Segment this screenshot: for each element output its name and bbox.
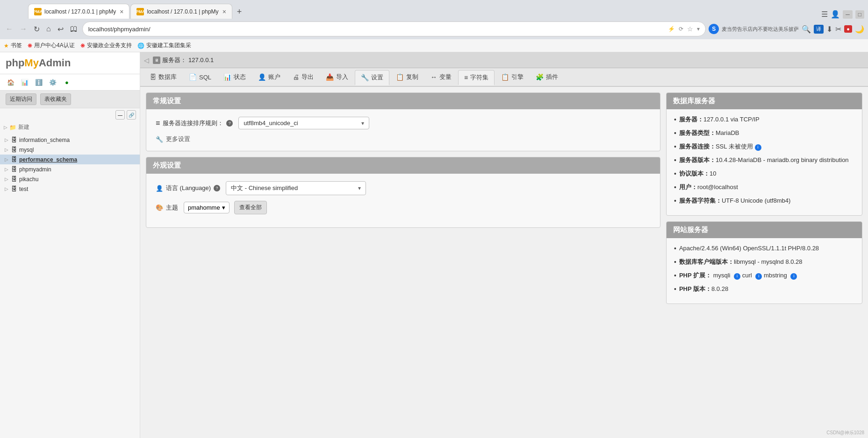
- language-help-icon[interactable]: ?: [214, 185, 220, 191]
- tab-accounts[interactable]: 👤 账户: [252, 70, 286, 84]
- new-db-label: 新建: [18, 123, 29, 131]
- tab-charset[interactable]: ≡ 字符集: [458, 70, 495, 85]
- translate-extension-icon[interactable]: 译: [814, 25, 824, 34]
- db-server-panel: 数据库服务器 • 服务器：127.0.0.1 via TCP/IP • 服务器类…: [666, 92, 862, 216]
- tab-sql[interactable]: 📄 SQL: [183, 71, 217, 84]
- info-label: PHP 扩展：: [679, 272, 711, 279]
- home-icon[interactable]: 🏠: [6, 77, 16, 87]
- info-label: 用户：: [679, 184, 697, 191]
- browser-tab-1[interactable]: PMA localhost / 127.0.0.1 | phpMy ×: [28, 4, 129, 19]
- mysqli-info-icon[interactable]: i: [734, 273, 740, 280]
- history-back-button[interactable]: ↩: [56, 23, 65, 35]
- nav-back-arrow[interactable]: ◁: [144, 57, 149, 64]
- charset-tab-icon: ≡: [464, 74, 468, 81]
- theme-select[interactable]: pmahomme ▾: [184, 202, 230, 213]
- tab-import[interactable]: 📥 导入: [320, 70, 354, 84]
- databases-tab-label: 数据库: [158, 73, 177, 81]
- db-item-phpmyadmin[interactable]: ▷ 🗄 phpmyadmin: [0, 164, 140, 174]
- download-icon[interactable]: ⬇: [826, 25, 832, 34]
- mbstring-info-icon[interactable]: i: [790, 273, 797, 280]
- bookmark-item-1[interactable]: ★ 书签: [4, 42, 22, 49]
- toolbar-right: S 麦当劳告示店内不要吃达美乐披萨 🔍 译 ⬇ ✂ ● 🌙: [709, 24, 864, 34]
- more-settings-link[interactable]: 🔧 更多设置: [156, 135, 651, 143]
- db-item-mysql[interactable]: ▷ 🗄 mysql: [0, 145, 140, 155]
- star-icon[interactable]: ☆: [687, 25, 693, 33]
- db-item-test[interactable]: ▷ 🗄 test: [0, 184, 140, 194]
- tab-replication[interactable]: 📋 复制: [390, 70, 424, 84]
- green-icon[interactable]: ●: [62, 77, 72, 87]
- link-button[interactable]: 🔗: [127, 110, 136, 120]
- collation-select[interactable]: utf8mb4_unicode_ci ▾: [238, 117, 369, 129]
- db-item-pikachu[interactable]: ▷ 🗄 pikachu: [0, 174, 140, 184]
- address-bar-row: ← → ↻ ⌂ ↩ 🕮 localhost/phpmyadmin/ ⚡ ⟳ ☆ …: [0, 19, 868, 39]
- window-account-icon[interactable]: 👤: [831, 10, 840, 19]
- bookmarks-button[interactable]: 🕮: [68, 23, 79, 35]
- tab-databases[interactable]: 🗄 数据库: [144, 70, 182, 84]
- collation-label-icon: ≡: [156, 119, 160, 127]
- sogou-extension-icon[interactable]: S: [709, 24, 719, 34]
- content-area: 常规设置 ≡ 服务器连接排序规则： ? utf8mb4_unicode_ci ▾: [140, 87, 868, 310]
- settings-icon[interactable]: ⚙️: [48, 77, 58, 87]
- address-bar[interactable]: localhost/phpmyadmin/ ⚡ ⟳ ☆ ▾: [82, 21, 706, 36]
- tab-variables[interactable]: ↔ 变量: [425, 70, 457, 84]
- server-info-item-6: • 用户：root@localhost: [674, 183, 854, 192]
- tab-close-2[interactable]: ×: [222, 8, 226, 15]
- reload-small-icon[interactable]: ⟳: [679, 26, 683, 32]
- top-bar: ◁ 🖥 服务器： 127.0.0.1: [140, 52, 868, 68]
- window-minimize-icon[interactable]: ─: [843, 10, 853, 19]
- window-maximize-icon[interactable]: □: [855, 10, 864, 19]
- search-icon[interactable]: 🔍: [802, 25, 811, 34]
- reload-button[interactable]: ↻: [32, 23, 42, 35]
- expand-icon: ▷: [4, 147, 9, 153]
- window-menu-icon[interactable]: ☰: [821, 10, 828, 19]
- tab-engines[interactable]: 📋 引擎: [495, 70, 529, 84]
- bookmark-item-3[interactable]: ❋ 安徽政企业务支持: [80, 42, 132, 49]
- db-item-information-schema[interactable]: ▷ 🗄 information_schema: [0, 135, 140, 145]
- collation-label-text: 服务器连接排序规则：: [163, 119, 223, 127]
- theme-row: pmahomme ▾ 查看全部: [184, 201, 267, 214]
- engines-tab-label: 引擎: [511, 73, 524, 81]
- recent-visits-button[interactable]: 近期访问: [6, 93, 36, 105]
- db-icon: 🗄: [11, 156, 17, 163]
- curl-info-icon[interactable]: i: [755, 273, 762, 280]
- bookmark-item-4[interactable]: 🌐 安徽建工集团集采: [137, 42, 191, 49]
- app-wrapper: phpMyAdmin 🏠 📊 ℹ️ ⚙️ ● 近期访问 表收藏夹 — 🔗 ▷ 📁…: [0, 52, 868, 438]
- chart-icon[interactable]: 📊: [20, 77, 30, 87]
- tab-settings[interactable]: 🔧 设置: [355, 70, 389, 85]
- language-select[interactable]: 中文 - Chinese simplified ▾: [226, 181, 366, 195]
- right-column: 数据库服务器 • 服务器：127.0.0.1 via TCP/IP • 服务器类…: [666, 92, 862, 304]
- collation-help-icon[interactable]: ?: [226, 120, 233, 127]
- forward-button[interactable]: →: [18, 23, 29, 35]
- dropdown-icon[interactable]: ▾: [697, 26, 700, 32]
- general-settings-body: ≡ 服务器连接排序规则： ? utf8mb4_unicode_ci ▾ 🔧: [146, 109, 660, 151]
- info-value: libmysql - mysqlnd 8.0.28: [734, 258, 803, 265]
- night-mode-icon[interactable]: 🌙: [855, 25, 864, 34]
- favorites-button[interactable]: 表收藏夹: [40, 93, 71, 105]
- db-server-body: • 服务器：127.0.0.1 via TCP/IP • 服务器类型：Maria…: [667, 109, 862, 215]
- tab-plugins[interactable]: 🧩 插件: [530, 70, 564, 84]
- red-extension-icon[interactable]: ●: [844, 25, 852, 33]
- bookmark-item-2[interactable]: ❋ 用户中心4A认证: [28, 42, 75, 49]
- db-item-performance-schema[interactable]: ▷ 🗄 performance_schema: [0, 155, 140, 164]
- tab-status[interactable]: 📊 状态: [218, 70, 251, 84]
- sidebar-icons: 🏠 📊 ℹ️ ⚙️ ●: [0, 74, 140, 91]
- bullet-icon: •: [674, 284, 676, 294]
- tab-close-1[interactable]: ×: [120, 8, 123, 15]
- home-button[interactable]: ⌂: [44, 23, 53, 35]
- server-icon: 🖥: [153, 57, 160, 64]
- server-label: 服务器：: [162, 56, 187, 64]
- browser-tab-2[interactable]: PMA localhost / 127.0.0.1 | phpMy ×: [130, 4, 232, 19]
- view-all-themes-button[interactable]: 查看全部: [234, 201, 267, 214]
- scissors-icon[interactable]: ✂: [835, 25, 841, 34]
- collapse-all-button[interactable]: —: [115, 110, 125, 120]
- tab-title-2: localhost / 127.0.0.1 | phpMy: [147, 8, 218, 15]
- back-button[interactable]: ←: [4, 23, 15, 35]
- ssl-info-icon[interactable]: i: [755, 144, 761, 151]
- info-icon[interactable]: ℹ️: [34, 77, 44, 87]
- bullet-icon: •: [674, 142, 676, 152]
- expand-icon: ▷: [4, 186, 9, 192]
- new-tab-button[interactable]: +: [233, 5, 246, 19]
- new-database-item[interactable]: ▷ 📁 新建: [0, 121, 140, 133]
- tab-export[interactable]: 🖨 导出: [287, 70, 319, 84]
- info-value: UTF-8 Unicode (utf8mb4): [722, 197, 790, 204]
